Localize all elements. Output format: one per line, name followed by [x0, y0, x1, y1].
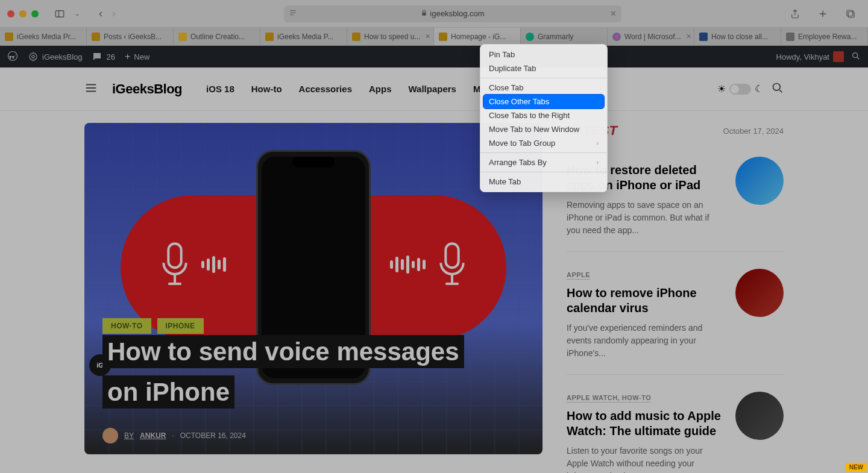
hero-title: How to send voice messages on iPhone	[102, 331, 470, 412]
new-tab-button[interactable]	[813, 6, 833, 22]
article-title: How to remove iPhone calendar virus	[567, 286, 723, 316]
svg-line-15	[857, 57, 859, 59]
share-button[interactable]	[785, 6, 805, 22]
nav-item[interactable]: Apps	[369, 84, 392, 95]
svg-line-20	[779, 90, 782, 92]
browser-tab[interactable]: How to speed u...✕	[347, 28, 434, 45]
browser-tab[interactable]: iGeeks Media P...	[260, 28, 347, 45]
chevron-right-icon: ›	[597, 159, 599, 166]
svg-point-14	[853, 52, 858, 57]
nav-item[interactable]: iOS 18	[206, 84, 234, 95]
hero-meta: BY ANKUR · OCTOBER 16, 2024	[102, 428, 246, 443]
article-excerpt: If you've experienced reminders and even…	[567, 322, 723, 360]
toggle-switch[interactable]	[729, 84, 751, 95]
forward-button[interactable]: ›	[107, 5, 121, 22]
article-excerpt: Listen to your favorite songs on your Ap…	[567, 445, 723, 473]
sun-icon: ☀	[717, 83, 726, 95]
svg-point-11	[32, 55, 35, 58]
favicon-icon	[178, 33, 187, 41]
menu-item[interactable]: Close Other Tabs	[483, 95, 604, 108]
chevron-right-icon: ›	[597, 140, 599, 146]
tab-label: Grammarly	[538, 33, 573, 41]
tab-label: Posts ‹ iGeeksB...	[104, 33, 162, 41]
menu-separator	[480, 78, 607, 78]
tab-close-button[interactable]: ✕	[685, 31, 693, 42]
new-badge[interactable]: NEW	[846, 463, 867, 472]
favicon-icon	[265, 33, 274, 41]
favicon-icon	[92, 33, 100, 41]
article-date: OCTOBER 16, 2024	[180, 431, 246, 440]
menu-button[interactable]	[84, 81, 98, 97]
browser-tab[interactable]: Homepage - iG...	[434, 28, 521, 45]
moon-icon: ☾	[755, 83, 763, 95]
menu-item[interactable]: Mute Tab	[480, 175, 607, 189]
article-title: How to add music to Apple Watch: The ult…	[567, 409, 723, 439]
wp-search-icon[interactable]	[851, 51, 861, 63]
browser-tab[interactable]: How to close all...	[694, 28, 781, 45]
menu-item[interactable]: Move to Tab Group›	[480, 136, 607, 150]
address-bar[interactable]: igeeksblog.com ✕	[284, 5, 621, 22]
svg-rect-0	[55, 10, 64, 17]
favicon-icon	[352, 33, 360, 41]
stop-reload-button[interactable]: ✕	[610, 9, 617, 18]
favicon-icon	[5, 33, 13, 41]
main-content: HOW-TOIPHONE iG How to send voice messag…	[0, 111, 868, 473]
safari-toolbar: ⌄ ‹ › igeeksblog.com ✕	[0, 0, 868, 28]
article-thumbnail	[735, 392, 784, 440]
favicon-icon	[786, 33, 794, 41]
tab-bar: iGeeks Media Pr...Posts ‹ iGeeksB...Outl…	[0, 28, 868, 46]
wp-new-link[interactable]: + New	[125, 51, 149, 62]
menu-item[interactable]: Arrange Tabs By›	[480, 155, 607, 169]
tab-label: How to close all...	[711, 33, 768, 41]
nav-item[interactable]: Wallpapers	[408, 84, 456, 95]
wp-howdy-link[interactable]: Howdy, Vikhyat	[776, 51, 844, 62]
tab-label: Word | Microsof...	[624, 33, 681, 41]
nav-item[interactable]: How-to	[251, 84, 282, 95]
wp-site-link[interactable]: iGeeksBlog	[28, 51, 82, 62]
maximize-window-button[interactable]	[31, 10, 39, 17]
wp-logo-icon[interactable]	[7, 51, 18, 63]
tab-context-menu: Pin TabDuplicate TabClose TabClose Other…	[480, 44, 608, 192]
menu-item[interactable]: Close Tab	[480, 81, 607, 95]
tab-overview-button[interactable]	[840, 6, 861, 22]
main-nav: iOS 18How-toAccessoriesAppsWallpapersMor…	[206, 84, 505, 95]
article-category[interactable]: APPLE WATCH, HOW-TO	[567, 394, 651, 403]
sidebar-toggle-button[interactable]	[49, 6, 70, 22]
svg-rect-7	[848, 11, 854, 17]
tab-label: Outline Creatio...	[190, 33, 245, 41]
menu-separator	[480, 172, 607, 172]
article-category[interactable]: APPLE	[567, 271, 590, 280]
menu-item[interactable]: Duplicate Tab	[480, 61, 607, 75]
nav-item[interactable]: Accessories	[299, 84, 352, 95]
menu-item[interactable]: Move Tab to New Window	[480, 122, 607, 136]
browser-tab[interactable]: Word | Microsof...✕	[608, 28, 694, 45]
hero-article[interactable]: HOW-TOIPHONE iG How to send voice messag…	[84, 123, 542, 454]
article-thumbnail	[735, 269, 784, 317]
wp-comments-link[interactable]: 26	[92, 51, 115, 62]
tab-group-dropdown[interactable]: ⌄	[70, 8, 84, 19]
tab-label: Homepage - iG...	[451, 33, 506, 41]
browser-tab[interactable]: Outline Creatio...	[174, 28, 260, 45]
theme-toggle[interactable]: ☀ ☾	[717, 83, 763, 95]
browser-tab[interactable]: Posts ‹ iGeeksB...	[87, 28, 174, 45]
close-window-button[interactable]	[7, 10, 14, 17]
user-avatar-icon	[833, 51, 844, 62]
menu-item[interactable]: Close Tabs to the Right	[480, 108, 607, 122]
tab-label: iGeeks Media Pr...	[17, 33, 76, 41]
sidebar-article[interactable]: APPLEHow to remove iPhone calendar virus…	[567, 269, 784, 375]
browser-tab[interactable]: Grammarly	[521, 28, 608, 45]
svg-rect-22	[445, 243, 458, 268]
search-button[interactable]	[772, 82, 784, 96]
reader-mode-icon[interactable]	[289, 8, 297, 19]
tab-close-button[interactable]: ✕	[424, 31, 432, 42]
minimize-window-button[interactable]	[19, 10, 27, 17]
back-button[interactable]: ‹	[94, 5, 107, 22]
menu-item[interactable]: Pin Tab	[480, 48, 607, 61]
browser-tab[interactable]: Employee Rewa...	[781, 28, 868, 45]
sidebar-date: October 17, 2024	[723, 127, 784, 136]
svg-rect-8	[847, 10, 853, 16]
author-link[interactable]: ANKUR	[140, 431, 166, 440]
browser-tab[interactable]: iGeeks Media Pr...	[0, 28, 87, 45]
sidebar-article[interactable]: APPLE WATCH, HOW-TOHow to add music to A…	[567, 392, 784, 473]
site-logo[interactable]: iGeeksBlog	[112, 81, 182, 97]
